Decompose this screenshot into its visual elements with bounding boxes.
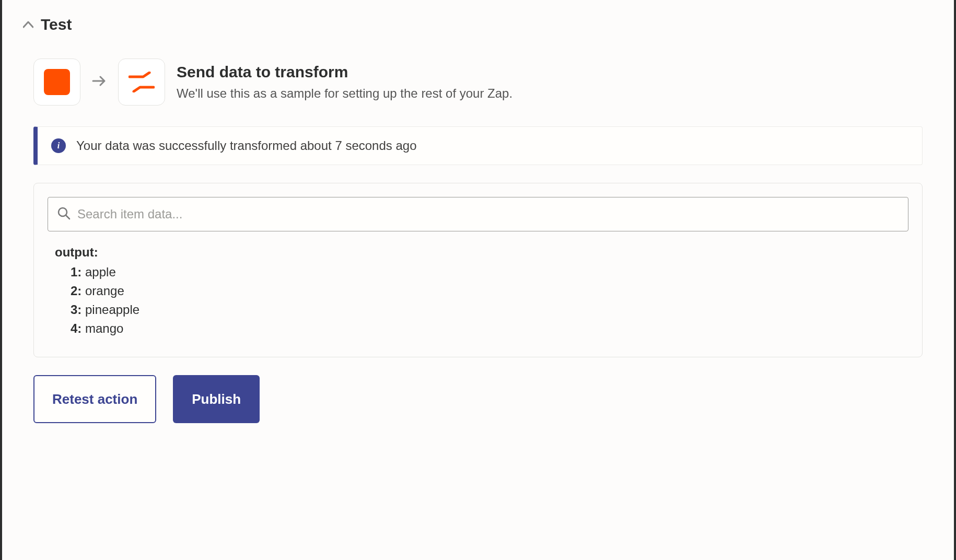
output-item: 3: pineapple [55, 300, 908, 319]
output-item: 2: orange [55, 282, 908, 300]
arrow-right-icon [92, 74, 107, 90]
search-wrap [48, 197, 908, 231]
action-buttons: Retest action Publish [33, 375, 923, 423]
search-input[interactable] [48, 197, 908, 231]
results-box: output: 1: apple 2: orange 3: pineapple … [33, 183, 923, 357]
section-header[interactable]: Test [23, 16, 933, 33]
header-subtitle: We'll use this as a sample for setting u… [177, 86, 512, 101]
publish-button[interactable]: Publish [173, 375, 260, 423]
output-item: 1: apple [55, 263, 908, 282]
header-title: Send data to transform [177, 63, 512, 81]
search-icon [57, 206, 71, 222]
target-app-tile [118, 59, 165, 106]
output-block: output: 1: apple 2: orange 3: pineapple … [48, 245, 908, 338]
output-label: output: [55, 245, 908, 260]
svg-line-1 [66, 215, 69, 219]
alert-message: Your data was successfully transformed a… [76, 138, 417, 153]
source-app-tile [33, 59, 80, 106]
app-flow-row: Send data to transform We'll use this as… [33, 59, 923, 106]
transform-icon [129, 72, 155, 92]
test-panel: Test Send data to transform We'll use th… [0, 0, 956, 560]
retest-button[interactable]: Retest action [33, 375, 156, 423]
zapier-app-icon [44, 69, 70, 95]
chevron-up-icon [23, 18, 33, 31]
header-text-block: Send data to transform We'll use this as… [177, 63, 512, 101]
success-alert: i Your data was successfully transformed… [33, 126, 923, 165]
section-title: Test [41, 16, 72, 33]
output-item: 4: mango [55, 319, 908, 338]
info-icon: i [51, 138, 66, 153]
